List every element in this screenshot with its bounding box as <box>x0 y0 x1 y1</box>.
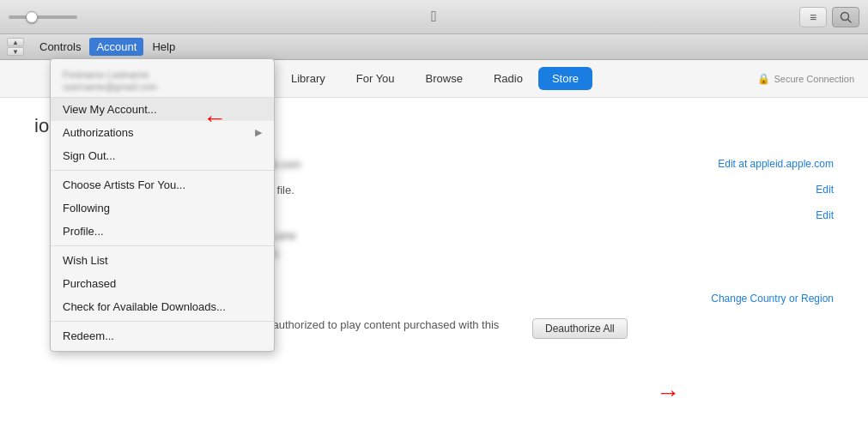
dd-authorizations[interactable]: Authorizations ▶ <box>51 121 274 144</box>
slider-track <box>9 15 77 19</box>
address-block: Pearl C. Singh 5555 Lake View Lane Saras… <box>189 209 798 281</box>
title-bar:  ≡ <box>0 0 868 34</box>
dd-choose-artists[interactable]: Choose Artists For You... <box>51 173 274 196</box>
menu-bar: ▲ ▼ Controls Account Help <box>0 34 868 60</box>
tab-library[interactable]: Library <box>276 63 341 94</box>
dd-separator-3 <box>51 321 274 322</box>
deauthorize-section: Deauthorize All <box>532 318 628 339</box>
address-edit-link[interactable]: Edit <box>798 209 834 221</box>
svg-line-1 <box>848 19 852 22</box>
dd-sign-out[interactable]: Sign Out... <box>51 144 274 167</box>
tab-store[interactable]: Store <box>538 67 592 90</box>
red-arrow-menu: ← <box>203 105 227 132</box>
dd-email: username@gmail.com <box>63 82 262 92</box>
dd-wish-list[interactable]: Wish List <box>51 249 274 272</box>
account-dropdown: Firstname Lastname username@gmail.com Vi… <box>50 58 275 352</box>
change-country-link[interactable]: Change Country or Region <box>694 293 834 305</box>
secure-connection: 🔒 Secure Connection <box>757 73 854 85</box>
menu-controls[interactable]: Controls <box>33 38 88 56</box>
edit-appleid-link[interactable]: Edit at appleid.apple.com <box>701 158 834 170</box>
lock-icon: 🔒 <box>757 73 770 85</box>
payment-value: No credit card on file. <box>189 184 798 196</box>
apple-logo:  <box>431 8 437 26</box>
list-view-button[interactable]: ≡ <box>799 7 827 27</box>
slider-thumb[interactable] <box>26 11 38 23</box>
deauthorize-all-button[interactable]: Deauthorize All <box>532 318 628 339</box>
dd-profile[interactable]: Profile... <box>51 220 274 243</box>
search-button[interactable] <box>832 7 859 27</box>
dd-separator-1 <box>51 170 274 171</box>
dd-view-account[interactable]: View My Account... <box>51 98 274 121</box>
stepper[interactable]: ▲ ▼ <box>7 38 24 56</box>
dd-following[interactable]: Following <box>51 196 274 220</box>
payment-edit-link[interactable]: Edit <box>798 184 834 196</box>
address-value: Pearl C. Singh 5555 Lake View Lane Saras… <box>189 209 798 281</box>
volume-slider[interactable] <box>9 15 77 19</box>
dd-authorizations-arrow: ▶ <box>255 127 262 138</box>
controls-arrows: ▲ ▼ <box>7 38 24 56</box>
dd-separator-2 <box>51 245 274 246</box>
tab-for-you[interactable]: For You <box>341 63 410 94</box>
menu-account[interactable]: Account <box>89 38 143 56</box>
title-bar-right: ≡ <box>799 7 859 27</box>
dd-check-downloads[interactable]: Check for Available Downloads... <box>51 295 274 318</box>
dd-user-section: Firstname Lastname username@gmail.com <box>51 63 274 98</box>
down-arrow[interactable]: ▼ <box>7 47 24 56</box>
title-bar-left <box>9 15 77 19</box>
red-arrow-deauth: → <box>656 379 680 407</box>
dd-redeem[interactable]: Redeem... <box>51 324 274 347</box>
menu-help[interactable]: Help <box>145 38 182 56</box>
tab-browse[interactable]: Browse <box>410 63 478 94</box>
dd-username: Firstname Lastname <box>63 69 262 80</box>
up-arrow[interactable]: ▲ <box>7 38 24 46</box>
dd-purchased[interactable]: Purchased <box>51 272 274 295</box>
tab-radio[interactable]: Radio <box>478 63 538 94</box>
